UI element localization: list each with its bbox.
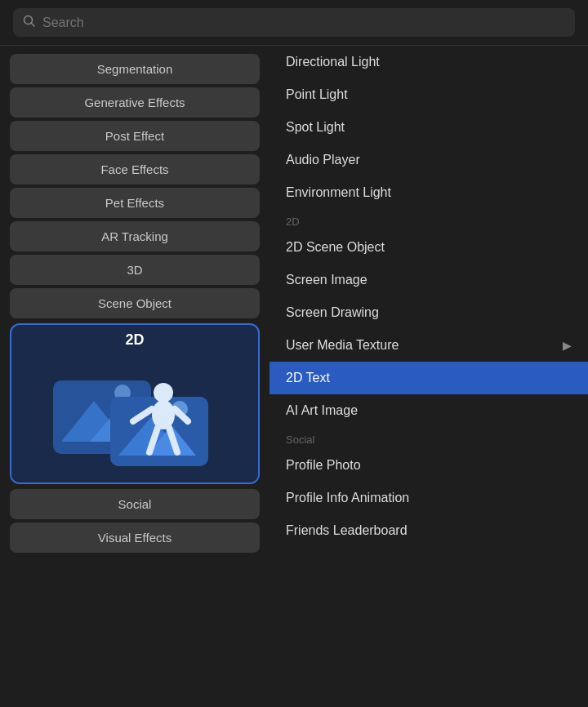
sidebar-tile-2d[interactable]: 2D bbox=[10, 323, 260, 484]
main-content: Segmentation Generative Effects Post Eff… bbox=[0, 46, 588, 707]
tile-image bbox=[11, 352, 258, 482]
menu-item-spot-light[interactable]: Spot Light bbox=[270, 111, 588, 144]
svg-line-1 bbox=[32, 24, 35, 27]
sidebar-item-pet-effects[interactable]: Pet Effects bbox=[10, 188, 260, 218]
menu-item-screen-image[interactable]: Screen Image bbox=[270, 264, 588, 296]
menu-item-environment-light[interactable]: Environment Light bbox=[270, 176, 588, 209]
menu-item-2d-scene-object[interactable]: 2D Scene Object bbox=[270, 231, 588, 264]
menu-item-ai-art-image[interactable]: AI Art Image bbox=[270, 394, 588, 427]
menu-item-audio-player[interactable]: Audio Player bbox=[270, 144, 588, 176]
sidebar-item-segmentation[interactable]: Segmentation bbox=[10, 54, 260, 84]
menu-item-directional-light[interactable]: Directional Light bbox=[270, 46, 588, 78]
menu-item-profile-info-animation[interactable]: Profile Info Animation bbox=[270, 482, 588, 514]
sidebar-item-generative-effects[interactable]: Generative Effects bbox=[10, 87, 260, 118]
section-label-2d: 2D bbox=[270, 209, 588, 231]
sidebar-item-visual-effects[interactable]: Visual Effects bbox=[10, 522, 260, 553]
svg-point-11 bbox=[152, 400, 175, 429]
svg-point-10 bbox=[154, 383, 173, 402]
sidebar-item-face-effects[interactable]: Face Effects bbox=[10, 154, 260, 185]
sidebar-item-scene-object[interactable]: Scene Object bbox=[10, 288, 260, 318]
search-input[interactable] bbox=[42, 16, 565, 30]
menu-item-2d-text[interactable]: 2D Text bbox=[270, 362, 588, 394]
sidebar-item-ar-tracking[interactable]: AR Tracking bbox=[10, 221, 260, 251]
menu-item-profile-photo[interactable]: Profile Photo bbox=[270, 449, 588, 482]
section-label-social: Social bbox=[270, 427, 588, 449]
menu-item-friends-leaderboard[interactable]: Friends Leaderboard bbox=[270, 514, 588, 547]
tile-label: 2D bbox=[11, 325, 258, 352]
search-bar bbox=[0, 0, 588, 46]
sidebar-item-3d[interactable]: 3D bbox=[10, 255, 260, 285]
menu-item-point-light[interactable]: Point Light bbox=[270, 78, 588, 111]
sidebar: Segmentation Generative Effects Post Eff… bbox=[0, 46, 270, 707]
sidebar-item-post-effect[interactable]: Post Effect bbox=[10, 121, 260, 151]
menu-item-user-media-texture[interactable]: User Media Texture ▶ bbox=[270, 329, 588, 362]
menu-item-screen-drawing[interactable]: Screen Drawing bbox=[270, 296, 588, 329]
sidebar-item-social[interactable]: Social bbox=[10, 489, 260, 519]
chevron-right-icon: ▶ bbox=[563, 339, 572, 352]
search-icon bbox=[23, 15, 36, 30]
right-panel: Directional Light Point Light Spot Light… bbox=[270, 46, 588, 707]
